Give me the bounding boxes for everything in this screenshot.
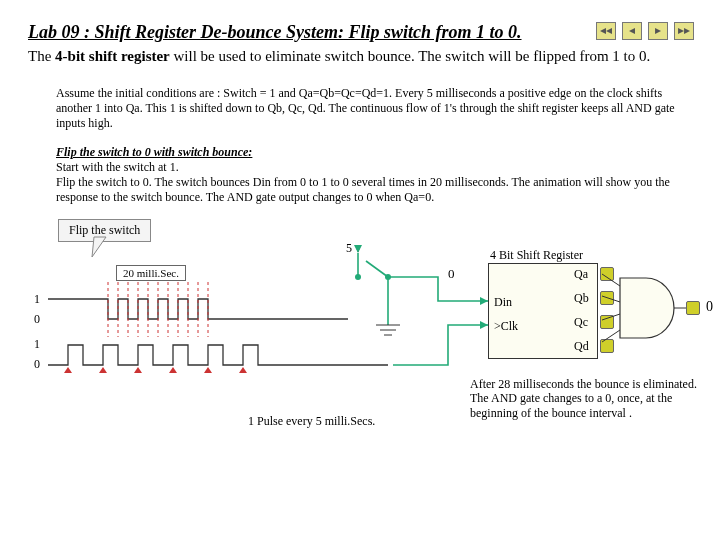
svg-point-21: [355, 274, 361, 280]
callout-tail-icon: [88, 237, 118, 267]
body-paragraphs: Assume the initial conditions are : Swit…: [28, 86, 692, 205]
pin-qc: Qc: [574, 315, 588, 330]
switch-level-1: 1: [34, 292, 40, 307]
led-qd-icon: [600, 339, 614, 353]
led-and-out-icon: [686, 301, 700, 315]
shift-register-title: 4 Bit Shift Register: [490, 248, 583, 263]
nav-icons: ◂◂ ◂ ▸ ▸▸: [594, 20, 694, 40]
svg-marker-28: [480, 297, 488, 305]
pin-qb: Qb: [574, 291, 589, 306]
title-main: Lab 09 : Shift Register De-bounce System…: [28, 22, 344, 42]
switch-level-0: 0: [34, 312, 40, 327]
supply-switch-wire: [328, 239, 498, 349]
intro-rest: will be used to eliminate switch bounce.…: [170, 48, 650, 64]
nav-last-icon[interactable]: ▸▸: [674, 22, 694, 40]
clock-level-1: 1: [34, 337, 40, 352]
pin-qa: Qa: [574, 267, 588, 282]
nav-first-icon[interactable]: ◂◂: [596, 22, 616, 40]
intro-text: The 4-bit shift register will be used to…: [28, 47, 692, 66]
pulse-label: 1 Pulse every 5 milli.Secs.: [248, 414, 375, 429]
nav-prev-icon[interactable]: ◂: [622, 22, 642, 40]
nav-next-icon[interactable]: ▸: [648, 22, 668, 40]
pin-din: Din: [494, 295, 512, 310]
flip-heading: Flip the switch to 0 with switch bounce:: [56, 145, 682, 160]
svg-marker-0: [92, 237, 106, 257]
pin-clk: >Clk: [494, 319, 518, 334]
page-title: Lab 09 : Shift Register De-bounce System…: [28, 22, 692, 43]
intro-bold: 4-bit shift register: [55, 48, 170, 64]
para-initial: Assume the initial conditions are : Swit…: [56, 86, 682, 131]
diagram: Flip the switch 20 milli.Sec. 5 v 0 1 0 …: [28, 219, 692, 469]
clock-level-0: 0: [34, 357, 40, 372]
intro-prefix: The: [28, 48, 55, 64]
para-flip: Start with the switch at 1. Flip the swi…: [56, 160, 682, 205]
title-sub: Flip switch from 1 to 0.: [344, 22, 522, 42]
svg-line-23: [366, 261, 388, 277]
and-output-value: 0: [706, 299, 713, 315]
and-gate-icon: [616, 274, 686, 344]
footnote: After 28 milliseconds the bounce is elim…: [470, 377, 700, 420]
pin-qd: Qd: [574, 339, 589, 354]
tag-20ms: 20 milli.Sec.: [116, 265, 186, 281]
svg-marker-20: [354, 245, 362, 253]
